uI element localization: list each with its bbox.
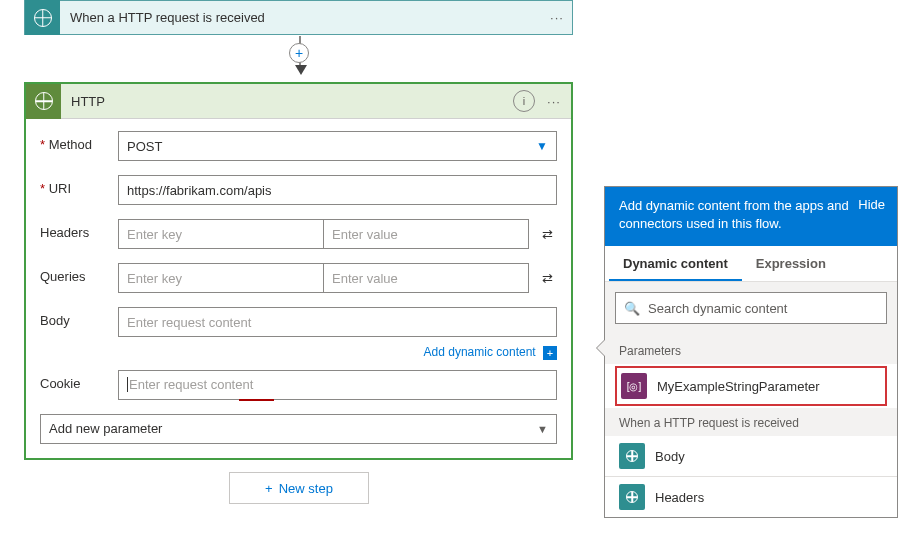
add-new-parameter-select[interactable]: Add new parameter ▼ bbox=[40, 414, 557, 444]
trigger-more-icon[interactable]: ··· bbox=[542, 10, 572, 25]
add-dynamic-content-plus-icon[interactable]: + bbox=[543, 346, 557, 360]
query-value-input[interactable]: Enter value bbox=[324, 263, 529, 293]
dynamic-content-panel: Add dynamic content from the apps and co… bbox=[604, 186, 898, 518]
http-card-title: HTTP bbox=[61, 94, 513, 109]
http-form: Method POST ▼ URI https://fabrikam.com/a… bbox=[26, 119, 571, 458]
row-body: Body Enter request content bbox=[40, 307, 557, 337]
search-placeholder: Search dynamic content bbox=[648, 301, 787, 316]
body-input[interactable]: Enter request content bbox=[118, 307, 557, 337]
trigger-title: When a HTTP request is received bbox=[60, 10, 542, 25]
headers-switch-mode-icon[interactable]: ⇄ bbox=[537, 227, 557, 242]
add-step-between-button[interactable]: + bbox=[289, 43, 309, 63]
add-dynamic-content-link[interactable]: Add dynamic content bbox=[424, 345, 536, 359]
dynamic-content-item-parameter[interactable]: [◎] MyExampleStringParameter bbox=[615, 366, 887, 406]
label-method: Method bbox=[40, 131, 118, 152]
row-queries: Queries Enter key Enter value ⇄ bbox=[40, 263, 557, 293]
dynamic-content-item-body[interactable]: Body bbox=[605, 436, 897, 476]
arrow-down-icon bbox=[295, 65, 307, 75]
parameter-icon: [◎] bbox=[621, 373, 647, 399]
query-key-input[interactable]: Enter key bbox=[118, 263, 324, 293]
row-headers: Headers Enter key Enter value ⇄ bbox=[40, 219, 557, 249]
tab-dynamic-content[interactable]: Dynamic content bbox=[609, 246, 742, 281]
new-step-button[interactable]: + New step bbox=[229, 472, 369, 504]
validation-error-underline bbox=[239, 399, 274, 401]
uri-value: https://fabrikam.com/apis bbox=[127, 183, 272, 198]
tab-expression[interactable]: Expression bbox=[742, 246, 840, 281]
header-key-input[interactable]: Enter key bbox=[118, 219, 324, 249]
label-cookie: Cookie bbox=[40, 370, 118, 391]
item-label: Body bbox=[655, 449, 685, 464]
dynamic-content-header-text: Add dynamic content from the apps and co… bbox=[619, 197, 850, 232]
http-action-card: HTTP i ··· Method POST ▼ URI https://fab… bbox=[24, 82, 573, 460]
http-action-icon bbox=[26, 84, 61, 119]
method-value: POST bbox=[127, 139, 162, 154]
http-trigger-icon bbox=[619, 443, 645, 469]
add-new-parameter-label: Add new parameter bbox=[49, 421, 162, 436]
parameter-name: MyExampleStringParameter bbox=[657, 379, 820, 394]
dynamic-content-item-headers[interactable]: Headers bbox=[605, 477, 897, 517]
dynamic-content-header: Add dynamic content from the apps and co… bbox=[605, 187, 897, 246]
http-trigger-icon bbox=[25, 0, 60, 35]
row-method: Method POST ▼ bbox=[40, 131, 557, 161]
new-step-label: New step bbox=[279, 481, 333, 496]
plus-icon: + bbox=[265, 481, 273, 496]
row-cookie: Cookie Enter request content bbox=[40, 370, 557, 400]
row-uri: URI https://fabrikam.com/apis bbox=[40, 175, 557, 205]
search-icon: 🔍 bbox=[624, 301, 640, 316]
add-dynamic-content-row: Add dynamic content + bbox=[40, 345, 557, 360]
http-card-header[interactable]: HTTP i ··· bbox=[26, 84, 571, 119]
section-trigger-label: When a HTTP request is received bbox=[605, 408, 897, 436]
chevron-down-icon: ▼ bbox=[536, 139, 548, 153]
http-more-icon[interactable]: ··· bbox=[541, 94, 567, 109]
search-area: 🔍 Search dynamic content bbox=[605, 282, 897, 334]
item-label: Headers bbox=[655, 490, 704, 505]
uri-input[interactable]: https://fabrikam.com/apis bbox=[118, 175, 557, 205]
label-headers: Headers bbox=[40, 219, 118, 240]
hide-panel-button[interactable]: Hide bbox=[858, 197, 885, 232]
dynamic-content-tabs: Dynamic content Expression bbox=[605, 246, 897, 282]
http-trigger-icon bbox=[619, 484, 645, 510]
search-input[interactable]: 🔍 Search dynamic content bbox=[615, 292, 887, 324]
queries-switch-mode-icon[interactable]: ⇄ bbox=[537, 271, 557, 286]
label-uri: URI bbox=[40, 175, 118, 196]
label-queries: Queries bbox=[40, 263, 118, 284]
chevron-down-icon: ▼ bbox=[537, 423, 548, 435]
info-icon[interactable]: i bbox=[513, 90, 535, 112]
section-parameters-label: Parameters bbox=[605, 334, 897, 364]
header-value-input[interactable]: Enter value bbox=[324, 219, 529, 249]
label-body: Body bbox=[40, 307, 118, 328]
cookie-input[interactable]: Enter request content bbox=[118, 370, 557, 400]
method-select[interactable]: POST ▼ bbox=[118, 131, 557, 161]
trigger-card[interactable]: When a HTTP request is received ··· bbox=[24, 0, 573, 35]
